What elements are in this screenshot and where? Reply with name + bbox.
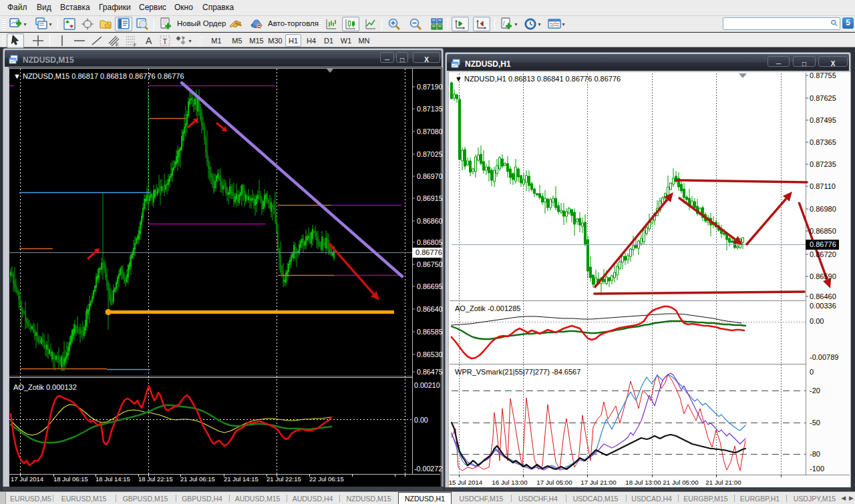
svg-text:17 Jul 2014: 17 Jul 2014: [11, 475, 43, 483]
svg-text:0.86530: 0.86530: [417, 350, 442, 358]
svg-text:-100: -100: [810, 465, 824, 473]
svg-text:AO_Zotik 0.000132: AO_Zotik 0.000132: [13, 383, 77, 391]
svg-text:A: A: [146, 35, 152, 46]
svg-text:0.87625: 0.87625: [810, 94, 836, 102]
svg-text:0.87025: 0.87025: [417, 150, 442, 158]
svg-text:▼ NZDUSD,M15 0.86817 0.86818: ▼ NZDUSD,M15 0.86817 0.86818 0.86776 0.8…: [13, 72, 184, 80]
svg-text:0: 0: [810, 368, 814, 376]
svg-text:0.86475: 0.86475: [417, 368, 442, 376]
svg-text:-80: -80: [810, 450, 820, 458]
svg-text:0.86860: 0.86860: [417, 217, 442, 225]
svg-text:0.87080: 0.87080: [417, 128, 442, 136]
svg-text:18 Jul 22:15: 18 Jul 22:15: [138, 475, 173, 483]
svg-text:16 Jul 13:00: 16 Jul 13:00: [492, 479, 528, 486]
svg-text:0.87755: 0.87755: [810, 71, 836, 79]
svg-text:0.87135: 0.87135: [417, 105, 442, 113]
svg-text:0.86640: 0.86640: [417, 305, 442, 313]
svg-text:0.86585: 0.86585: [417, 328, 442, 336]
svg-text:15 Jul 2014: 15 Jul 2014: [449, 479, 483, 486]
svg-text:▼ NZDUSD,H1 0.86813 0.86841 0: ▼ NZDUSD,H1 0.86813 0.86841 0.86776 0.86…: [455, 75, 621, 83]
svg-text:-50: -50: [810, 419, 820, 427]
svg-text:0.86695: 0.86695: [417, 282, 442, 290]
svg-text:21 Jul 06:15: 21 Jul 06:15: [180, 475, 215, 483]
svg-text:-0.00272: -0.00272: [414, 465, 442, 473]
svg-text:17 Jul 05:00: 17 Jul 05:00: [536, 479, 572, 486]
svg-text:0.86720: 0.86720: [810, 250, 836, 258]
svg-text:0.87235: 0.87235: [810, 160, 836, 168]
svg-text:0.86750: 0.86750: [417, 260, 442, 268]
svg-text:0.86460: 0.86460: [810, 292, 836, 300]
svg-text:F: F: [134, 43, 136, 47]
svg-text:-20: -20: [810, 387, 820, 395]
svg-text:0.87110: 0.87110: [810, 182, 836, 190]
svg-text:21 Jul 14:15: 21 Jul 14:15: [224, 475, 259, 483]
svg-text:0.86850: 0.86850: [810, 227, 836, 235]
svg-text:0.00336: 0.00336: [810, 302, 836, 310]
svg-text:0.87365: 0.87365: [810, 138, 836, 146]
svg-text:0.86980: 0.86980: [810, 205, 836, 213]
svg-text:0.87495: 0.87495: [810, 116, 836, 124]
svg-text:0.86805: 0.86805: [417, 238, 442, 246]
svg-text:18 Jul 06:15: 18 Jul 06:15: [53, 475, 88, 483]
svg-text:-0.00789: -0.00789: [810, 353, 838, 361]
svg-text:18 Jul 13:00: 18 Jul 13:00: [625, 479, 661, 486]
svg-text:17 Jul 21:00: 17 Jul 21:00: [580, 479, 617, 486]
svg-text:18 Jul 14:15: 18 Jul 14:15: [96, 475, 130, 483]
svg-text:0.86590: 0.86590: [810, 272, 836, 280]
svg-text:AO_Zotik -0.001285: AO_Zotik -0.001285: [455, 304, 520, 312]
svg-text:0.86915: 0.86915: [417, 194, 442, 202]
svg-text:22 Jul 06:15: 22 Jul 06:15: [309, 475, 344, 483]
svg-text:0.86776: 0.86776: [810, 240, 836, 248]
svg-text:0.00: 0.00: [810, 317, 824, 325]
svg-text:T: T: [163, 37, 168, 45]
svg-text:0.00: 0.00: [414, 416, 428, 424]
svg-text:WPR_VSmark(21|55|77|277) -84.6: WPR_VSmark(21|55|77|277) -84.6567: [455, 368, 580, 376]
svg-text:21 Jul 05:00: 21 Jul 05:00: [663, 479, 699, 486]
svg-text:0.86776: 0.86776: [415, 248, 442, 256]
svg-text:21 Jul 21:00: 21 Jul 21:00: [705, 479, 741, 486]
svg-text:E: E: [116, 42, 119, 47]
svg-text:0.86970: 0.86970: [417, 172, 442, 180]
svg-text:0.87190: 0.87190: [417, 83, 442, 91]
svg-text:21 Jul 22:15: 21 Jul 22:15: [267, 475, 301, 483]
svg-text:0.00210: 0.00210: [414, 381, 440, 389]
